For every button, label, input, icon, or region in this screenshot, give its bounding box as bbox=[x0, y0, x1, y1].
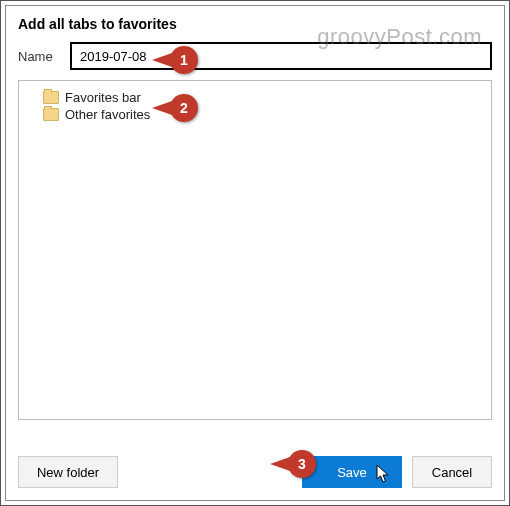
new-folder-button[interactable]: New folder bbox=[18, 456, 118, 488]
dialog-header: Add all tabs to favorites bbox=[6, 6, 504, 38]
name-input[interactable] bbox=[70, 42, 492, 70]
folder-icon bbox=[43, 91, 59, 104]
dialog-window: Add all tabs to favorites Name Favorites… bbox=[5, 5, 505, 501]
folder-label: Other favorites bbox=[65, 107, 150, 122]
name-field-row: Name bbox=[6, 38, 504, 80]
name-label: Name bbox=[18, 49, 60, 64]
dialog-title: Add all tabs to favorites bbox=[18, 16, 492, 32]
folder-tree[interactable]: Favorites bar Other favorites bbox=[18, 80, 492, 420]
folder-item-other-favorites[interactable]: Other favorites bbox=[25, 106, 485, 123]
folder-label: Favorites bar bbox=[65, 90, 141, 105]
save-button[interactable]: Save bbox=[302, 456, 402, 488]
folder-icon bbox=[43, 108, 59, 121]
cancel-button[interactable]: Cancel bbox=[412, 456, 492, 488]
folder-item-favorites-bar[interactable]: Favorites bar bbox=[25, 89, 485, 106]
dialog-footer: New folder Save Cancel bbox=[18, 456, 492, 488]
screenshot-frame: Add all tabs to favorites Name Favorites… bbox=[0, 0, 510, 506]
